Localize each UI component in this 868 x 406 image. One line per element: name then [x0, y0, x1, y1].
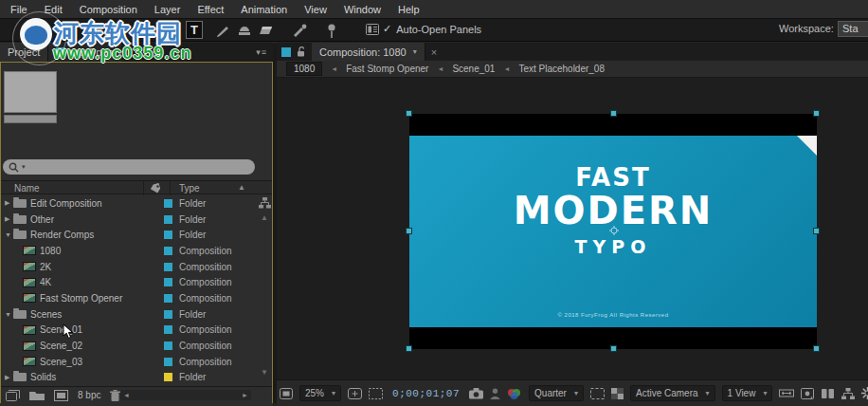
label-color-chip[interactable]	[164, 247, 172, 255]
exposure-reset-icon[interactable]	[801, 388, 814, 399]
tab-composition-1080[interactable]: Composition: 1080 ▾	[312, 43, 425, 61]
menu-item-window[interactable]: Window	[335, 4, 389, 15]
project-row-other[interactable]: ▶OtherFolder	[1, 212, 257, 228]
label-color-chip[interactable]	[164, 325, 172, 334]
auto-open-panels-toggle[interactable]: ✓ Auto-Open Panels	[383, 23, 481, 35]
resolution-dropdown[interactable]: Quarter ▾	[529, 385, 584, 401]
scroll-up-icon[interactable]: ▲	[261, 213, 268, 222]
mini-flowchart-icon[interactable]	[821, 388, 835, 399]
selection-handle[interactable]	[406, 110, 412, 117]
panel-list-icon[interactable]	[366, 24, 379, 35]
column-name[interactable]: Name	[14, 183, 40, 194]
project-list-scrollbar[interactable]: ▲ ▼	[258, 195, 272, 386]
project-row-1080[interactable]: 1080Composition	[1, 243, 257, 259]
project-row-edit-composition[interactable]: ▶Edit CompositionFolder	[1, 195, 257, 212]
project-row-fast-stomp-opener[interactable]: Fast Stomp OpenerComposition	[1, 290, 257, 306]
menu-item-animation[interactable]: Animation	[232, 4, 296, 15]
timecode-display[interactable]: 0;00;01;07	[389, 387, 462, 400]
flowchart-icon[interactable]	[259, 197, 271, 209]
label-color-chip[interactable]	[164, 231, 172, 239]
lock-icon[interactable]	[297, 46, 306, 57]
twirl-icon[interactable]: ▶	[5, 215, 12, 223]
trash-icon[interactable]	[110, 390, 120, 401]
transparency-grid-icon[interactable]	[611, 388, 624, 399]
new-folder-icon[interactable]	[29, 390, 45, 400]
label-color-chip[interactable]	[164, 341, 172, 350]
scroll-right-icon[interactable]: ►	[242, 392, 248, 398]
project-row-4k[interactable]: 4KComposition	[1, 274, 257, 290]
selection-handle[interactable]	[813, 345, 820, 352]
menu-item-view[interactable]: View	[296, 4, 335, 15]
scroll-down-icon[interactable]: ▼	[261, 368, 268, 377]
fast-previews-icon[interactable]	[861, 387, 868, 399]
safe-margins-icon[interactable]	[348, 388, 362, 399]
comp-flowchart-icon[interactable]	[841, 388, 855, 399]
label-color-chip[interactable]	[164, 263, 172, 271]
breadcrumb-item-text-placeholder-08[interactable]: Text Placeholder_08	[518, 64, 605, 74]
label-color-chip[interactable]	[164, 199, 172, 208]
breadcrumb-item-1080[interactable]: 1080	[286, 62, 322, 76]
always-preview-icon[interactable]	[280, 388, 293, 399]
scroll-left-icon[interactable]: ◄	[123, 392, 130, 398]
label-color-chip[interactable]	[164, 358, 172, 366]
project-row-scene-01[interactable]: Scene_01Composition	[1, 323, 257, 339]
selection-handle[interactable]	[406, 228, 412, 234]
menu-item-help[interactable]: Help	[389, 4, 428, 15]
snapshot-camera-icon[interactable]	[469, 388, 483, 399]
menu-item-layer[interactable]: Layer	[146, 4, 190, 15]
menu-item-effect[interactable]: Effect	[189, 4, 232, 15]
selection-handle[interactable]	[406, 345, 412, 352]
project-row-render-comps[interactable]: ▼Render CompsFolder	[1, 227, 257, 243]
selection-handle[interactable]	[813, 228, 820, 234]
horizontal-scrollbar[interactable]: ◄ ►	[120, 390, 251, 400]
search-input[interactable]: ▾	[3, 159, 255, 175]
project-row-scene-03[interactable]: Scene_03Composition	[1, 354, 257, 370]
selection-handle[interactable]	[813, 110, 820, 117]
selection-handle[interactable]	[610, 345, 617, 352]
new-composition-icon[interactable]	[54, 390, 68, 401]
menu-item-composition[interactable]: Composition	[71, 4, 146, 15]
type-tool-button[interactable]: T	[186, 21, 203, 39]
region-of-interest-icon[interactable]	[590, 388, 605, 399]
roto-brush-tool-icon[interactable]	[292, 24, 308, 37]
label-color-chip[interactable]	[164, 294, 172, 303]
twirl-icon[interactable]: ▼	[5, 231, 12, 238]
show-snapshot-icon[interactable]	[490, 388, 500, 399]
twirl-icon[interactable]: ▶	[5, 199, 12, 207]
label-color-chip[interactable]	[164, 215, 172, 224]
brush-tool-icon[interactable]	[216, 24, 231, 37]
project-row-2k[interactable]: 2KComposition	[1, 259, 257, 275]
video-frame[interactable]: FAST MODERN TYPO © 2018 FuryFrog All Rig…	[409, 114, 817, 349]
workspace-dropdown[interactable]: Sta	[838, 21, 868, 37]
label-color-chip[interactable]	[164, 278, 172, 286]
label-color-chip[interactable]	[164, 310, 172, 319]
search-dropdown-icon[interactable]: ▾	[22, 163, 26, 171]
selection-handle[interactable]	[610, 110, 617, 117]
twirl-icon[interactable]: ▶	[5, 374, 12, 381]
sort-asc-icon[interactable]: ▲	[238, 183, 245, 192]
magnification-dropdown[interactable]: 25% ▾	[299, 385, 341, 401]
puppet-pin-tool-icon[interactable]	[326, 24, 337, 38]
close-icon[interactable]: ×	[431, 46, 437, 58]
grid-options-icon[interactable]	[369, 388, 383, 399]
interpret-footage-icon[interactable]	[6, 390, 20, 401]
project-row-scene-02[interactable]: Scene_02Composition	[1, 338, 257, 354]
bit-depth-button[interactable]: 8 bpc	[78, 390, 100, 400]
column-type[interactable]: Type	[179, 183, 200, 194]
column-divider[interactable]	[170, 181, 171, 195]
view-layout-dropdown[interactable]: 1 View ▾	[722, 385, 773, 401]
twirl-icon[interactable]: ▼	[5, 311, 12, 318]
label-tag-icon[interactable]	[150, 183, 161, 194]
breadcrumb-item-fast-stomp-opener[interactable]: Fast Stomp Opener	[346, 64, 428, 74]
breadcrumb-item-scene-01[interactable]: Scene_01	[452, 64, 495, 74]
chevron-down-icon[interactable]: ▾	[413, 47, 417, 56]
project-row-solids[interactable]: ▶SolidsFolder	[1, 370, 257, 386]
column-divider[interactable]	[143, 181, 144, 195]
label-color-chip[interactable]	[164, 373, 172, 381]
panel-menu-icon[interactable]: ▾≡	[256, 47, 273, 57]
clone-stamp-tool-icon[interactable]	[237, 24, 252, 37]
channel-rgb-icon[interactable]	[507, 388, 522, 399]
eraser-tool-icon[interactable]	[258, 24, 274, 36]
camera-dropdown[interactable]: Active Camera ▾	[630, 385, 715, 401]
project-row-scenes[interactable]: ▼ScenesFolder	[1, 306, 257, 323]
